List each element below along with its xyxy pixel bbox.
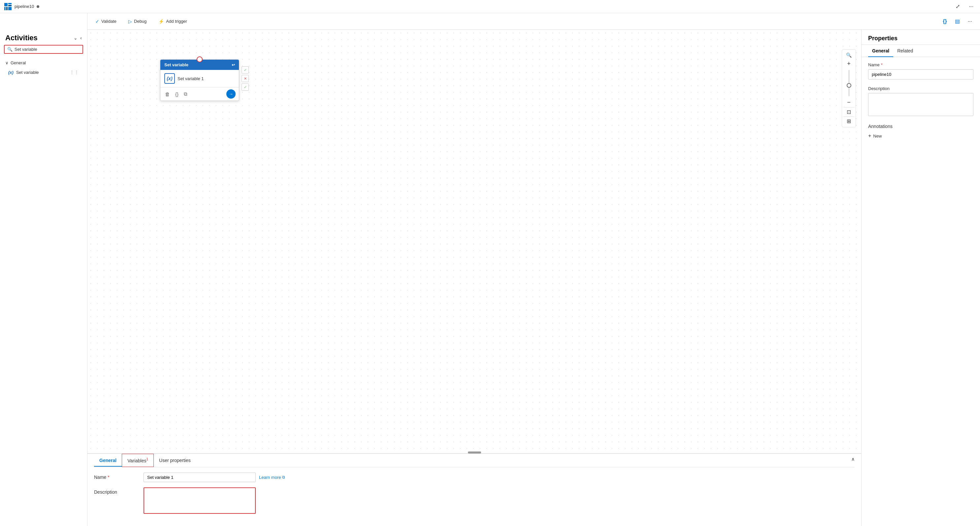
section-header-general[interactable]: ∨ General bbox=[4, 59, 83, 67]
unsaved-indicator bbox=[37, 5, 39, 8]
title-bar-left: pipeline10 bbox=[4, 3, 39, 11]
debug-button[interactable]: ▷ Debug bbox=[126, 17, 149, 25]
toolbar-left: ✓ Validate ▷ Debug ⚡ Add trigger bbox=[93, 17, 190, 25]
svg-rect-5 bbox=[8, 7, 11, 10]
right-annotations-label: Annotations bbox=[868, 124, 974, 129]
section-collapse-icon: ∨ bbox=[5, 60, 9, 65]
form-row-description: Description bbox=[94, 488, 854, 514]
set-variable-icon: (x) bbox=[8, 70, 14, 75]
title-bar: pipeline10 ⤢ ··· bbox=[0, 0, 980, 13]
right-description-group: Description bbox=[868, 86, 974, 117]
zoom-fit-btn[interactable]: ⊡ bbox=[843, 107, 854, 116]
bottom-panel: General Variables1 User properties ∧ Nam… bbox=[88, 453, 861, 526]
right-tab-general[interactable]: General bbox=[868, 45, 893, 57]
right-tab-related[interactable]: Related bbox=[893, 45, 917, 57]
canvas-area[interactable]: Set variable ↩ (x) Set variable 1 🗑 {} ⧉… bbox=[88, 30, 861, 453]
sidebar-title: Activities bbox=[5, 33, 38, 42]
node-overlay-check2[interactable]: ✓ bbox=[242, 83, 249, 91]
toolbar-right: {} ▤ ··· bbox=[940, 17, 975, 26]
toolbar: ✓ Validate ▷ Debug ⚡ Add trigger {} ▤ ··… bbox=[88, 13, 980, 30]
description-input-group bbox=[143, 488, 854, 514]
monitor-button[interactable]: ▤ bbox=[952, 17, 963, 26]
svg-rect-2 bbox=[8, 5, 11, 6]
zoom-search-btn[interactable]: 🔍 bbox=[843, 51, 854, 59]
search-box[interactable]: 🔍 bbox=[4, 45, 83, 54]
sidebar-item-left: (x) Set variable bbox=[8, 70, 39, 75]
node-code-btn[interactable]: {} bbox=[174, 91, 180, 98]
right-description-textarea[interactable] bbox=[868, 93, 974, 116]
toolbar-more-button[interactable]: ··· bbox=[965, 17, 975, 26]
bottom-panel-collapse-btn[interactable]: ∧ bbox=[851, 456, 854, 462]
tab-variables[interactable]: Variables1 bbox=[122, 454, 154, 467]
sidebar-item-set-variable[interactable]: (x) Set variable ⋮⋮ bbox=[5, 67, 82, 77]
sidebar-header: Activities ⌄ ‹ bbox=[0, 30, 87, 45]
right-description-label: Description bbox=[868, 86, 974, 91]
right-new-annotation-btn[interactable]: + New bbox=[868, 132, 882, 140]
right-name-required: * bbox=[881, 62, 883, 67]
right-panel-header: Properties bbox=[862, 30, 980, 45]
divider-handle[interactable] bbox=[468, 451, 481, 453]
name-required: * bbox=[108, 475, 109, 480]
validate-button[interactable]: ✓ Validate bbox=[93, 17, 119, 25]
description-textarea[interactable] bbox=[143, 488, 256, 514]
node-overlay-check[interactable]: ✓ bbox=[242, 66, 249, 73]
node-overlay-close[interactable]: ✕ bbox=[242, 75, 249, 82]
right-name-group: Name * bbox=[868, 62, 974, 79]
node-header-icon: ↩ bbox=[232, 63, 235, 67]
node-body-icon: (x) bbox=[164, 73, 175, 84]
pipeline-name: pipeline10 bbox=[14, 4, 34, 9]
add-trigger-button[interactable]: ⚡ Add trigger bbox=[156, 17, 190, 25]
app-logo bbox=[4, 3, 12, 11]
app-layout: ✓ Validate ▷ Debug ⚡ Add trigger {} ▤ ··… bbox=[0, 13, 980, 526]
titlebar-more-button[interactable]: ··· bbox=[966, 2, 976, 11]
zoom-in-btn[interactable]: + bbox=[845, 59, 853, 68]
search-input[interactable] bbox=[14, 47, 80, 52]
code-button[interactable]: {} bbox=[940, 17, 949, 26]
sidebar-section-general: ∨ General (x) Set variable ⋮⋮ bbox=[0, 58, 87, 79]
node-body-label: Set variable 1 bbox=[178, 76, 204, 81]
search-icon: 🔍 bbox=[7, 47, 13, 52]
sidebar-item-label: Set variable bbox=[16, 70, 39, 75]
node-overlay: ✓ ✕ ✓ bbox=[242, 66, 249, 91]
learn-more-link[interactable]: Learn more ⧉ bbox=[259, 475, 285, 480]
right-annotations-group: Annotations + New bbox=[868, 124, 974, 140]
form-row-name: Name * Learn more ⧉ bbox=[94, 473, 854, 482]
title-bar-right: ⤢ ··· bbox=[953, 2, 976, 11]
right-name-input[interactable] bbox=[868, 69, 974, 79]
tab-user-properties[interactable]: User properties bbox=[154, 454, 196, 466]
expand-button[interactable]: ⤢ bbox=[953, 2, 963, 11]
name-input-group: Learn more ⧉ bbox=[143, 473, 854, 482]
right-panel-tabs: General Related bbox=[862, 45, 980, 57]
zoom-out-btn[interactable]: − bbox=[845, 98, 853, 107]
svg-rect-1 bbox=[8, 3, 11, 4]
logo-icon bbox=[4, 3, 12, 11]
trigger-icon: ⚡ bbox=[158, 19, 164, 24]
sidebar-chevron-btn[interactable]: ‹ bbox=[80, 35, 82, 41]
node-footer: 🗑 {} ⧉ → bbox=[161, 87, 239, 100]
right-panel: Properties General Related Name * Descri… bbox=[861, 13, 980, 526]
right-name-label: Name * bbox=[868, 62, 974, 67]
center-panel: Set variable ↩ (x) Set variable 1 🗑 {} ⧉… bbox=[88, 13, 861, 526]
debug-icon: ▷ bbox=[128, 19, 132, 24]
activity-node-set-variable[interactable]: Set variable ↩ (x) Set variable 1 🗑 {} ⧉… bbox=[160, 59, 239, 101]
zoom-slider-track bbox=[848, 70, 850, 96]
node-run-btn[interactable]: → bbox=[226, 89, 235, 99]
node-delete-btn[interactable]: 🗑 bbox=[164, 91, 171, 98]
sidebar-collapse-btn[interactable]: ⌄ bbox=[73, 35, 78, 41]
node-copy-btn[interactable]: ⧉ bbox=[183, 91, 189, 98]
sidebar-controls: ⌄ ‹ bbox=[73, 35, 82, 41]
zoom-slider-thumb[interactable] bbox=[847, 83, 851, 88]
node-connector-top bbox=[197, 56, 203, 62]
right-panel-body: Name * Description Annotations + New bbox=[862, 57, 980, 526]
plus-icon: + bbox=[868, 133, 871, 139]
bottom-tabs: General Variables1 User properties ∧ bbox=[94, 454, 854, 467]
zoom-arrange-btn[interactable]: ⊞ bbox=[843, 116, 854, 126]
tab-general[interactable]: General bbox=[94, 454, 122, 466]
svg-rect-0 bbox=[4, 3, 8, 6]
section-label-general: General bbox=[11, 60, 26, 65]
drag-handle-icon: ⋮⋮ bbox=[70, 70, 79, 75]
validate-icon: ✓ bbox=[95, 19, 99, 24]
bottom-panel-body: Name * Learn more ⧉ Description bbox=[94, 467, 854, 524]
svg-rect-3 bbox=[4, 7, 6, 10]
name-input[interactable] bbox=[143, 473, 256, 482]
